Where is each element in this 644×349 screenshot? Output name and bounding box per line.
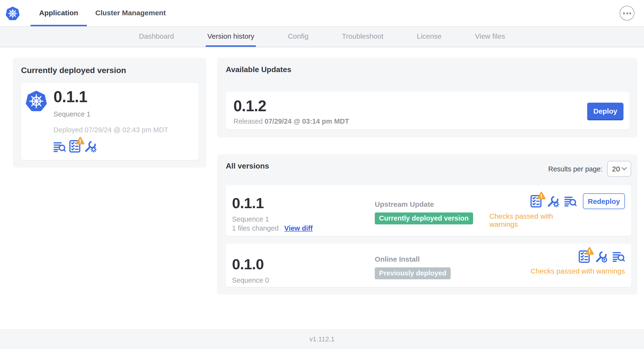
currently-deployed-card: Currently deployed version 0.1.1 Sequenc… [13, 58, 206, 168]
tab-application[interactable]: Application [30, 0, 87, 26]
row-version-number: 0.1.0 [232, 256, 375, 273]
tab-dashboard[interactable]: Dashboard [138, 27, 176, 47]
view-diff-icon[interactable] [564, 196, 577, 207]
version-source: Online Install [375, 255, 489, 263]
section-nav: Dashboard Version history Config Trouble… [0, 27, 644, 47]
top-nav: Application Cluster Management [0, 0, 644, 27]
view-diff-icon[interactable] [54, 141, 66, 153]
kubernetes-logo-icon [6, 0, 20, 26]
deployed-timestamp: Deployed 07/29/24 @ 02:43 pm MDT [54, 126, 168, 134]
edit-config-icon[interactable] [84, 140, 97, 153]
warning-icon [537, 192, 546, 200]
console-version: v1.112.1 [309, 335, 334, 343]
main-content: Currently deployed version 0.1.1 Sequenc… [0, 47, 644, 294]
deployed-version-card: 0.1.1 Sequence 1 Deployed 07/29/24 @ 02:… [21, 83, 198, 160]
warning-icon [585, 247, 594, 255]
warning-icon [76, 136, 84, 145]
results-per-page-select[interactable]: 20 [607, 161, 631, 177]
redeploy-button[interactable]: Redeploy [583, 193, 625, 209]
files-changed: 1 files changed [232, 224, 278, 232]
status-badge: Previously deployed [375, 267, 451, 279]
kubernetes-app-icon [26, 90, 47, 112]
available-updates-title: Available Updates [226, 66, 630, 74]
app-level-tabs: Application Cluster Management [30, 0, 174, 26]
tab-license[interactable]: License [415, 27, 443, 47]
page: Application Cluster Management Dashboard… [0, 0, 644, 349]
preflight-checks-icon[interactable] [578, 250, 590, 263]
footer: v1.112.1 [0, 329, 644, 349]
preflight-checks-icon[interactable] [69, 140, 81, 153]
edit-config-icon[interactable] [546, 195, 560, 208]
all-versions-title: All versions [226, 162, 269, 170]
row-sequence: Sequence 1 [232, 215, 375, 223]
deployed-sequence: Sequence 1 [54, 110, 168, 118]
view-diff-link[interactable]: View diff [284, 224, 313, 232]
checks-status[interactable]: Checks passed with warnings [489, 212, 577, 228]
available-update-row: 0.1.2 Released 07/29/24 @ 03:14 pm MDT D… [226, 92, 630, 130]
version-source: Upstream Update [375, 200, 489, 208]
status-badge: Currently deployed version [375, 212, 473, 224]
currently-deployed-title: Currently deployed version [21, 66, 198, 76]
tab-config[interactable]: Config [286, 27, 310, 47]
view-diff-icon[interactable] [612, 251, 625, 262]
more-menu-button[interactable] [620, 6, 634, 20]
chevron-down-icon [622, 167, 627, 170]
available-updates-card: Available Updates 0.1.2 Released 07/29/2… [217, 58, 637, 138]
tab-cluster-management[interactable]: Cluster Management [87, 0, 174, 26]
tab-view-files[interactable]: View files [474, 27, 506, 47]
version-row-2: 0.1.0 Sequence 0 Online Install Previous… [226, 244, 631, 287]
deployed-version-number: 0.1.1 [54, 88, 168, 106]
version-row-1: 0.1.1 Sequence 1 1 files changedView dif… [226, 185, 631, 236]
all-versions-card: All versions Results per page: 20 0.1.1 … [217, 154, 637, 294]
view-config-icon[interactable] [595, 250, 608, 263]
ellipsis-icon [623, 12, 625, 14]
preflight-checks-icon[interactable] [530, 195, 542, 208]
deploy-button[interactable]: Deploy [587, 103, 624, 119]
results-per-page-label: Results per page: [548, 165, 602, 172]
tab-troubleshoot[interactable]: Troubleshoot [340, 27, 385, 47]
checks-status[interactable]: Checks passed with warnings [530, 267, 625, 275]
update-version-number: 0.1.2 [234, 97, 349, 115]
row-sequence: Sequence 0 [232, 276, 375, 284]
tab-version-history[interactable]: Version history [206, 27, 256, 47]
row-version-number: 0.1.1 [232, 195, 375, 212]
update-released-timestamp: Released 07/29/24 @ 03:14 pm MDT [234, 117, 349, 125]
